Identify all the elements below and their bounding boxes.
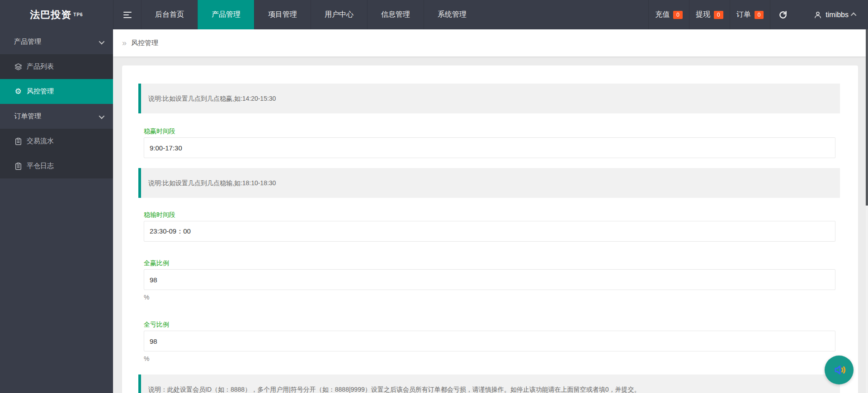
chevron-down-icon [99, 39, 105, 45]
sidebar-item-label: 平仓日志 [27, 162, 54, 170]
sidebar-group-label: 订单管理 [14, 112, 41, 121]
tab-project-management[interactable]: 项目管理 [254, 0, 311, 29]
recharge-stat[interactable]: 充值 0 [648, 0, 689, 29]
sidebar: 产品管理 产品列表 ⚙ 风控管理 订单管理 交易流水 [0, 29, 113, 393]
sound-toggle-button[interactable] [825, 356, 854, 384]
order-label: 订单 [736, 10, 751, 19]
tab-user-center[interactable]: 用户中心 [311, 0, 367, 29]
order-stat[interactable]: 订单 0 [730, 0, 770, 29]
win-time-range-input[interactable] [144, 137, 835, 158]
tab-dashboard[interactable]: 后台首页 [141, 0, 198, 29]
hamburger-icon [123, 12, 132, 13]
sidebar-group-product[interactable]: 产品管理 [0, 29, 113, 54]
withdraw-count-badge: 0 [714, 11, 723, 19]
sidebar-group-order[interactable]: 订单管理 [0, 104, 113, 129]
gear-icon: ⚙ [14, 88, 22, 95]
note-win-time: 说明:比如设置几点到几点稳赢,如:14:20-15:30 [138, 84, 840, 113]
topbar-spacer [480, 0, 648, 29]
label-all-lose-ratio: 全亏比例 [144, 320, 840, 329]
layers-icon [14, 63, 22, 70]
app-title-badge: TP6 [73, 12, 83, 17]
label-lose-time-range: 稳输时间段 [144, 210, 840, 219]
breadcrumb-current: 风控管理 [131, 39, 158, 47]
chevron-down-icon [99, 113, 105, 119]
withdraw-label: 提现 [696, 10, 710, 19]
label-all-win-ratio: 全赢比例 [144, 258, 840, 267]
topbar-right: 充值 0 提现 0 订单 0 timibbs [648, 0, 868, 29]
tab-system-management[interactable]: 系统管理 [424, 0, 480, 29]
sidebar-collapse-button[interactable] [113, 0, 141, 29]
tab-info-management[interactable]: 信息管理 [367, 0, 424, 29]
percent-suffix: % [144, 354, 840, 363]
all-lose-ratio-input[interactable] [144, 331, 835, 351]
sidebar-item-label: 风控管理 [27, 87, 54, 96]
sidebar-item-close-log[interactable]: 平仓日志 [0, 154, 113, 178]
sidebar-item-risk-control[interactable]: ⚙ 风控管理 [0, 79, 113, 104]
tab-product-management[interactable]: 产品管理 [198, 0, 254, 29]
refresh-icon [778, 10, 788, 19]
lose-time-range-input[interactable] [144, 221, 835, 242]
sidebar-group-label: 产品管理 [14, 37, 41, 46]
user-menu[interactable]: timibbs [796, 0, 868, 29]
clipboard-icon [14, 163, 22, 170]
sidebar-item-label: 交易流水 [27, 137, 54, 145]
scrollbar-track[interactable] [866, 29, 868, 393]
withdraw-stat[interactable]: 提现 0 [689, 0, 730, 29]
sidebar-item-trade-flow[interactable]: 交易流水 [0, 129, 113, 154]
percent-suffix: % [144, 293, 840, 302]
sidebar-item-label: 产品列表 [27, 62, 54, 71]
speaker-icon [831, 362, 847, 378]
chevron-up-icon [851, 13, 857, 19]
breadcrumb-separator-icon: » [122, 38, 127, 48]
top-nav: 后台首页 产品管理 项目管理 用户中心 信息管理 系统管理 [141, 0, 480, 29]
user-icon [814, 11, 822, 19]
hamburger-icon [123, 17, 132, 18]
app-logo: 法巴投资TP6 [0, 0, 113, 29]
username: timibbs [826, 11, 849, 19]
note-lose-time: 说明:比如设置几点到几点稳输,如:18:10-18:30 [138, 168, 840, 198]
refresh-button[interactable] [770, 0, 796, 29]
clipboard-icon [14, 138, 22, 145]
order-count-badge: 0 [755, 11, 764, 19]
recharge-count-badge: 0 [673, 11, 683, 19]
scrollbar-thumb[interactable] [866, 29, 868, 206]
label-win-time-range: 稳赢时间段 [144, 126, 840, 136]
breadcrumb: » 风控管理 [113, 29, 866, 56]
hamburger-icon [123, 14, 129, 15]
all-win-ratio-input[interactable] [144, 269, 835, 290]
topbar: 法巴投资TP6 后台首页 产品管理 项目管理 用户中心 信息管理 系统管理 充值… [0, 0, 868, 29]
recharge-label: 充值 [655, 10, 670, 19]
app-title: 法巴投资 [30, 8, 71, 22]
note-member-id: 说明：此处设置会员ID（如：8888），多个用户用|符号分开（如：8888|99… [138, 374, 840, 393]
risk-control-form-card: 说明:比如设置几点到几点稳赢,如:14:20-15:30 稳赢时间段 说明:比如… [122, 66, 858, 393]
sidebar-item-product-list[interactable]: 产品列表 [0, 54, 113, 79]
main-content: 说明:比如设置几点到几点稳赢,如:14:20-15:30 稳赢时间段 说明:比如… [113, 56, 866, 393]
